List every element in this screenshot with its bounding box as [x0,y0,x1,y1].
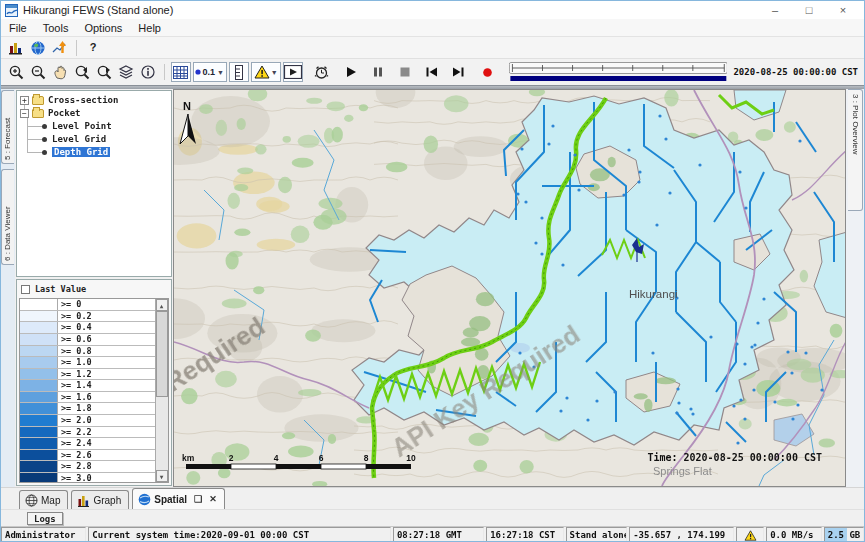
legend-row[interactable]: >= 2.4 [20,438,168,450]
legend-row[interactable]: >= 0.2 [20,311,168,323]
legend-row[interactable]: >= 3.0 [20,473,168,483]
scroll-up-icon[interactable]: ▲ [156,299,168,311]
scrollbar-thumb[interactable] [156,311,168,397]
legend-row[interactable]: >= 0.6 [20,334,168,346]
menu-bar: File Tools Options Help [1,19,864,37]
zoom-out-button[interactable] [28,62,48,82]
layers-button[interactable] [116,62,136,82]
scale-tick: 10 [406,453,416,463]
last-value-checkbox[interactable]: Last Value [17,280,171,298]
skip-to-start-button[interactable] [422,62,442,82]
scale-unit-label: km [182,453,195,463]
zoom-next-icon [96,64,113,81]
status-warning[interactable] [736,527,764,542]
zoom-next-button[interactable] [94,62,114,82]
map-display-button[interactable] [28,38,48,58]
pan-button[interactable] [50,62,70,82]
stop-button[interactable] [395,62,415,82]
interval-dropdown[interactable]: 0.1 ▼ [193,62,227,82]
record-button[interactable] [478,62,498,82]
status-user: Administrator [1,527,86,542]
legend-row[interactable]: >= 2.8 [20,461,168,473]
time-slider[interactable] [509,62,728,82]
menu-file[interactable]: File [1,21,35,35]
tree-item-label-selected: Depth Grid [52,147,110,157]
animation-settings-button[interactable] [312,62,332,82]
tree-item-level-grid[interactable]: Level Grid [42,133,106,145]
legend-row[interactable]: >= 2.6 [20,450,168,462]
tab-close-icon[interactable]: ✕ [209,494,217,504]
legend-row[interactable]: >= 0 [20,299,168,311]
legend-row[interactable]: >= 1.8 [20,403,168,415]
skip-end-icon [452,66,465,78]
legend-scrollbar[interactable]: ▲ ▼ [155,299,168,482]
statistics-button[interactable] [6,38,26,58]
timeline-span-bar [510,76,726,81]
tree-item-level-point[interactable]: Level Point [42,120,112,132]
zoom-in-button[interactable] [6,62,26,82]
bar-chart-icon [8,40,24,56]
tree-item-label: Level Grid [52,134,106,144]
tab-spatial[interactable]: Spatial ❑ ✕ [132,488,224,509]
tab-graph[interactable]: Graph [71,490,129,509]
legend-row[interactable]: >= 2.0 [20,415,168,427]
legend-row[interactable]: >= 1.2 [20,369,168,381]
scale-button[interactable] [229,62,249,82]
tab-data-viewer[interactable]: 6 : Data Viewer [1,169,14,265]
tab-plot-overview[interactable]: 3 : Plot Overview [848,89,863,211]
menu-tools[interactable]: Tools [35,21,77,35]
legend-panel: Last Value >= 0>= 0.2>= 0.4>= 0.6>= 0.8>… [16,279,172,486]
legend-swatch [20,438,58,449]
warnings-dropdown[interactable]: ▼ [251,62,281,82]
legend-row[interactable]: >= 1.4 [20,380,168,392]
expand-icon[interactable]: + [20,96,29,105]
menu-help[interactable]: Help [130,21,169,35]
movie-player-button[interactable] [283,62,303,82]
timeseries-button[interactable] [50,38,70,58]
grid-toggle-button[interactable] [171,62,191,82]
app-icon [5,4,18,17]
legend-row[interactable]: >= 0.8 [20,346,168,358]
layer-tree: + Cross-section − Pocket Level Point Lev… [16,90,172,277]
legend-label: >= 2.4 [58,438,168,449]
tab-map[interactable]: Map [19,490,68,509]
collapse-icon[interactable]: − [20,109,29,118]
scroll-down-icon[interactable]: ▼ [156,470,168,482]
legend-row[interactable]: >= 1.6 [20,392,168,404]
play-button[interactable] [341,62,361,82]
pause-button[interactable] [368,62,388,82]
menu-options[interactable]: Options [76,21,130,35]
status-download-rate: 0.0 MB/s [766,527,822,542]
maximize-button[interactable]: □ [792,1,826,19]
legend-row[interactable]: >= 1.0 [20,357,168,369]
skip-to-end-button[interactable] [449,62,469,82]
chevron-down-icon: ▼ [271,69,278,76]
close-button[interactable]: × [826,1,860,19]
tree-item-pocket[interactable]: − Pocket [20,107,81,119]
tab-restore-icon[interactable]: ❑ [194,494,202,504]
checkbox-icon[interactable] [21,285,30,294]
legend-row[interactable]: >= 2.2 [20,427,168,439]
bottom-tab-bar: Map Graph Spatial ❑ ✕ [1,487,864,509]
bullet-icon [42,137,47,142]
help-button[interactable]: ? [83,38,103,58]
map-time-label: Time: 2020-08-25 00:00:00 CST [647,452,822,463]
zoom-previous-button[interactable] [72,62,92,82]
legend-row[interactable]: >= 0.4 [20,322,168,334]
tree-item-depth-grid[interactable]: Depth Grid [42,146,110,158]
left-tab-strip: 5 : Forecast 6 : Data Viewer [1,89,15,487]
legend-label: >= 1.4 [58,380,168,391]
bullet-icon [42,150,47,155]
zoom-in-icon [8,64,25,81]
toolbar-separator [76,40,77,56]
info-button[interactable] [138,62,158,82]
minimize-button[interactable]: – [758,1,792,19]
tree-item-cross-section[interactable]: + Cross-section [20,94,118,106]
logs-button[interactable]: Logs [27,512,63,525]
tab-forecast[interactable]: 5 : Forecast [1,90,14,164]
record-icon [482,67,493,78]
globe-icon [30,40,46,56]
zoom-out-icon [30,64,47,81]
map-view[interactable]: API Key Required API Key Required Hikura… [173,89,846,487]
legend-label: >= 0.8 [58,346,168,357]
